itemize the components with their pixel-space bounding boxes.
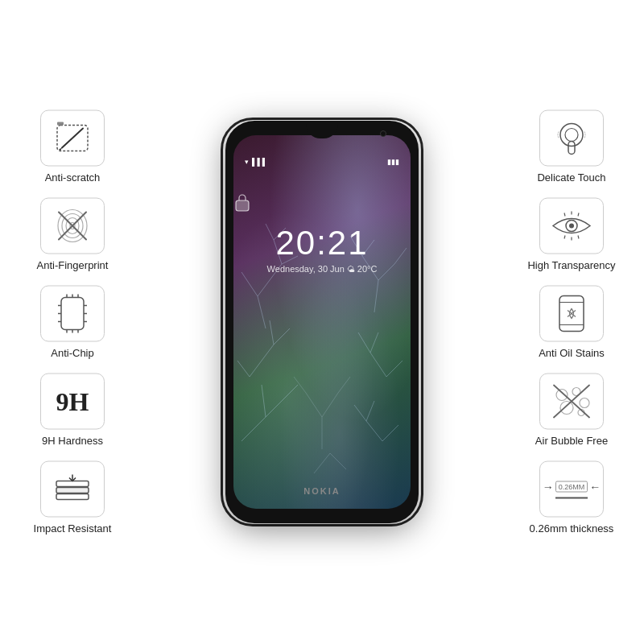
arrow-right-icon: → bbox=[543, 480, 554, 493]
bubble-icon bbox=[547, 381, 596, 423]
svg-point-64 bbox=[560, 124, 583, 147]
delicate-touch-icon-box bbox=[539, 110, 604, 167]
eye-icon bbox=[549, 207, 594, 246]
arrow-left-icon: ← bbox=[589, 480, 601, 493]
svg-line-52 bbox=[366, 421, 382, 441]
svg-line-51 bbox=[370, 332, 378, 353]
feature-anti-scratch: Anti-scratch bbox=[40, 110, 105, 184]
battery-icon: ▮▮▮ bbox=[387, 158, 399, 166]
feature-impact-resistant: Impact Resistant bbox=[34, 461, 112, 535]
svg-line-56 bbox=[306, 393, 322, 417]
svg-line-54 bbox=[354, 405, 366, 421]
svg-line-49 bbox=[386, 361, 402, 377]
date-display: Wednesday, 30 Jun 🌤 20°C bbox=[233, 264, 411, 274]
svg-line-28 bbox=[242, 272, 258, 296]
air-bubble-icon-box bbox=[539, 374, 604, 430]
phone-body: ▾ ▌▌▌ ▮▮▮ 20:21 bbox=[225, 121, 419, 523]
svg-line-44 bbox=[374, 280, 378, 312]
9h-hardness-label: 9H Hardness bbox=[42, 435, 103, 447]
status-left-icons: ▾ ▌▌▌ bbox=[245, 158, 267, 166]
status-bar: ▾ ▌▌▌ ▮▮▮ bbox=[233, 158, 411, 166]
svg-line-39 bbox=[266, 401, 282, 417]
9h-label: 9H bbox=[56, 386, 89, 416]
signal-icon: ▌▌▌ bbox=[252, 158, 267, 166]
svg-line-70 bbox=[578, 213, 579, 217]
feature-high-transparency: High Transparency bbox=[527, 198, 615, 271]
svg-line-41 bbox=[282, 385, 298, 401]
svg-point-68 bbox=[569, 224, 574, 229]
svg-rect-23 bbox=[56, 494, 89, 500]
anti-oil-icon bbox=[555, 293, 588, 335]
anti-fingerprint-label: Anti-Fingerprint bbox=[37, 259, 109, 271]
svg-line-71 bbox=[564, 213, 565, 217]
delicate-touch-label: Delicate Touch bbox=[537, 171, 605, 184]
svg-line-61 bbox=[314, 453, 330, 473]
transparency-icon-box bbox=[539, 198, 604, 254]
impact-icon-box bbox=[40, 461, 105, 518]
svg-point-83 bbox=[560, 402, 573, 415]
feature-anti-fingerprint: Anti-Fingerprint bbox=[37, 198, 109, 271]
feature-anti-oil: Anti Oil Stains bbox=[539, 286, 605, 359]
phone-screen: ▾ ▌▌▌ ▮▮▮ 20:21 bbox=[233, 135, 411, 509]
feature-delicate-touch: Delicate Touch bbox=[537, 110, 605, 184]
svg-line-62 bbox=[330, 453, 346, 469]
feature-9h-hardness: 9H 9H Hardness bbox=[40, 374, 105, 447]
chip-icon bbox=[56, 293, 89, 335]
svg-rect-3 bbox=[57, 122, 64, 126]
air-bubble-label: Air Bubble Free bbox=[535, 435, 608, 447]
thickness-icon-box: → 0.26MM ← bbox=[539, 461, 604, 518]
svg-point-82 bbox=[580, 398, 589, 408]
transparency-label: High Transparency bbox=[527, 259, 615, 271]
svg-line-40 bbox=[262, 385, 266, 417]
svg-point-80 bbox=[556, 390, 568, 401]
svg-rect-66 bbox=[568, 142, 575, 155]
feature-thickness: → 0.26MM ← 0.26mm thickness bbox=[530, 461, 614, 535]
phone-device: ▾ ▌▌▌ ▮▮▮ 20:21 bbox=[225, 121, 419, 523]
nokia-brand-label: NOKIA bbox=[233, 486, 411, 496]
feature-air-bubble: Air Bubble Free bbox=[535, 374, 608, 447]
svg-line-34 bbox=[250, 345, 274, 377]
touch-icon bbox=[551, 118, 592, 159]
anti-chip-icon-box bbox=[40, 286, 105, 342]
svg-line-53 bbox=[382, 425, 398, 441]
thickness-label: 0.26mm thickness bbox=[530, 522, 614, 535]
screen-time-area: 20:21 Wednesday, 30 Jun 🌤 20°C bbox=[233, 224, 411, 274]
feature-anti-chip: Anti-Chip bbox=[40, 286, 105, 359]
status-right-icons: ▮▮▮ bbox=[387, 158, 399, 166]
anti-scratch-label: Anti-scratch bbox=[45, 171, 101, 184]
svg-line-73 bbox=[578, 236, 579, 239]
svg-rect-10 bbox=[61, 298, 84, 330]
svg-line-59 bbox=[294, 377, 306, 393]
svg-line-29 bbox=[258, 296, 266, 328]
anti-oil-label: Anti Oil Stains bbox=[539, 347, 605, 359]
svg-rect-24 bbox=[56, 488, 89, 493]
svg-line-37 bbox=[270, 320, 274, 345]
impact-icon bbox=[50, 472, 95, 507]
main-container: Anti-scratch Anti-Fingerprint bbox=[0, 0, 644, 644]
scratch-icon bbox=[51, 119, 94, 158]
left-features: Anti-scratch Anti-Fingerprint bbox=[8, 110, 137, 535]
fingerprint-icon bbox=[51, 204, 94, 248]
anti-chip-label: Anti-Chip bbox=[51, 347, 93, 359]
svg-line-48 bbox=[370, 353, 386, 377]
svg-line-57 bbox=[322, 393, 338, 417]
thickness-value-badge: 0.26MM bbox=[555, 481, 588, 492]
svg-line-38 bbox=[242, 417, 266, 441]
thickness-line bbox=[555, 497, 588, 498]
lock-icon bbox=[233, 192, 251, 213]
lock-icon-area bbox=[233, 192, 411, 213]
svg-line-1 bbox=[62, 129, 83, 148]
svg-line-50 bbox=[358, 332, 370, 353]
svg-rect-63 bbox=[236, 200, 249, 211]
anti-scratch-icon-box bbox=[40, 110, 105, 167]
svg-line-35 bbox=[237, 361, 250, 377]
right-features: Delicate Touch bbox=[503, 110, 640, 535]
camera-hole bbox=[380, 130, 386, 137]
time-display: 20:21 bbox=[233, 224, 411, 262]
svg-line-74 bbox=[564, 236, 565, 239]
9h-icon-box: 9H bbox=[40, 374, 105, 430]
svg-line-55 bbox=[366, 401, 374, 421]
anti-oil-icon-box bbox=[539, 286, 604, 342]
anti-fingerprint-icon-box bbox=[40, 198, 105, 254]
wifi-icon: ▾ bbox=[245, 158, 249, 166]
